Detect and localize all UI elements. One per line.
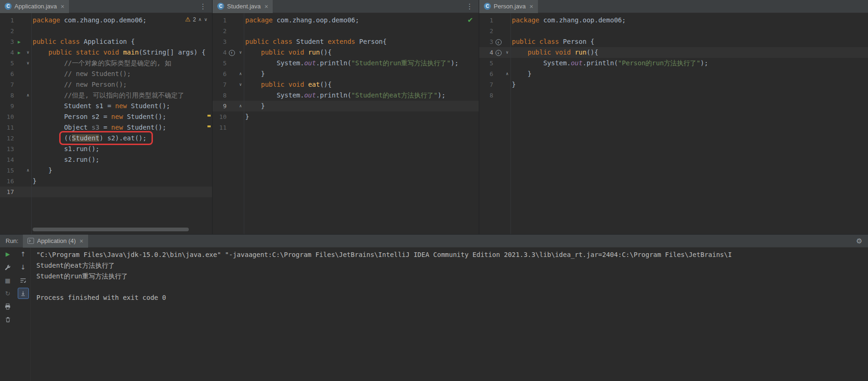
line-number[interactable]: 9: [0, 101, 14, 111]
line-number[interactable]: 3: [0, 36, 14, 47]
line-number[interactable]: 2: [479, 26, 493, 36]
code-line[interactable]: 8: [479, 90, 868, 101]
line-number[interactable]: 8: [0, 90, 14, 101]
run-tab-application[interactable]: Application (4): [23, 235, 88, 248]
close-icon[interactable]: [61, 3, 64, 10]
restore-icon[interactable]: ↻: [2, 288, 14, 299]
line-number[interactable]: 3: [213, 36, 227, 47]
code-line[interactable]: 8 System.out.println("Student的eat方法执行了")…: [213, 90, 479, 101]
line-number[interactable]: 17: [0, 187, 14, 197]
code-line[interactable]: 5 System.out.println("Person的run方法执行了");: [479, 58, 868, 69]
wrench-icon[interactable]: [2, 262, 14, 273]
fold-close-icon[interactable]: ∧: [237, 101, 244, 111]
line-number[interactable]: 2: [213, 26, 227, 36]
code-line[interactable]: 4↑∨ public void run(){: [213, 47, 479, 58]
code-line[interactable]: 3▶public class Application {: [0, 36, 212, 47]
code-line[interactable]: 3↓public class Person {: [479, 36, 868, 47]
fold-open-icon[interactable]: ∨: [24, 58, 32, 69]
code-line[interactable]: 10 Person s2 = new Student();: [0, 111, 212, 122]
code-editor-person[interactable]: 1package com.zhang.oop.demo06;23↓public …: [479, 13, 868, 234]
code-line[interactable]: 5 System.out.println("Student的run重写方法执行了…: [213, 58, 479, 69]
close-icon[interactable]: [80, 238, 83, 244]
code-editor-student[interactable]: 1package com.zhang.oop.demo06;23public c…: [213, 13, 479, 234]
warning-stripe-mark[interactable]: [207, 125, 211, 127]
scroll-end-icon[interactable]: [18, 288, 29, 299]
fold-open-icon[interactable]: ∨: [503, 47, 511, 58]
code-line[interactable]: 1package com.zhang.oop.demo06;: [213, 15, 479, 26]
code-line[interactable]: 13 s1.run();: [0, 144, 212, 154]
code-line[interactable]: 6∧ }: [479, 69, 868, 79]
line-number[interactable]: 6: [213, 69, 227, 79]
line-number[interactable]: 2: [0, 26, 14, 36]
fold-close-icon[interactable]: ∧: [503, 69, 511, 79]
code-line[interactable]: 2: [479, 26, 868, 36]
code-line[interactable]: 9∧ }: [213, 101, 479, 111]
fold-close-icon[interactable]: ∧: [24, 90, 32, 101]
fold-open-icon[interactable]: ∨: [237, 47, 244, 58]
code-line[interactable]: 7∨ public void eat(){: [213, 79, 479, 90]
line-number[interactable]: 10: [213, 111, 227, 122]
settings-gear-icon[interactable]: [856, 237, 862, 245]
override-gutter-icon[interactable]: ↓: [493, 47, 503, 58]
line-number[interactable]: 9: [213, 101, 227, 111]
close-icon[interactable]: [264, 3, 268, 10]
line-number[interactable]: 8: [479, 90, 493, 101]
line-number[interactable]: 6: [479, 69, 493, 79]
console-output[interactable]: "C:\Program Files\Java\jdk-15.0.2\bin\ja…: [31, 248, 868, 381]
line-number[interactable]: 7: [213, 79, 227, 90]
more-options-icon[interactable]: [466, 2, 473, 11]
code-line[interactable]: 15∧ }: [0, 165, 212, 176]
code-line[interactable]: 9 Student s1 = new Student();: [0, 101, 212, 111]
code-line[interactable]: 11 Object s3 = new Student();: [0, 122, 212, 133]
more-options-icon[interactable]: [200, 2, 207, 11]
line-number[interactable]: 5: [213, 58, 227, 69]
soft-wrap-icon[interactable]: [18, 275, 29, 286]
fold-close-icon[interactable]: ∧: [237, 69, 244, 79]
code-line[interactable]: 17: [0, 187, 212, 197]
line-number[interactable]: 14: [0, 154, 14, 165]
code-line[interactable]: 14 s2.run();: [0, 154, 212, 165]
code-line[interactable]: 2: [0, 26, 212, 36]
line-number[interactable]: 10: [0, 111, 14, 122]
line-number[interactable]: 1: [213, 15, 227, 26]
line-number[interactable]: 5: [479, 58, 493, 69]
code-line[interactable]: 6∧ }: [213, 69, 479, 79]
code-line[interactable]: 1package com.zhang.oop.demo06;: [479, 15, 868, 26]
code-line[interactable]: 3public class Student extends Person{: [213, 36, 479, 47]
up-arrow-icon[interactable]: ↑: [18, 249, 29, 260]
code-line[interactable]: 10}: [213, 111, 479, 122]
tab-student-java[interactable]: Student.java: [213, 0, 273, 13]
tab-person-java[interactable]: Person.java: [479, 0, 538, 13]
code-editor-application[interactable]: 1package com.zhang.oop.demo06;23▶public …: [0, 13, 212, 234]
line-number[interactable]: 11: [213, 122, 227, 133]
line-number[interactable]: 4: [0, 47, 14, 58]
stop-icon[interactable]: ■: [2, 275, 14, 286]
line-number[interactable]: 15: [0, 165, 14, 176]
line-number[interactable]: 4: [479, 47, 493, 58]
fold-open-icon[interactable]: ∨: [237, 79, 244, 90]
code-line[interactable]: 2: [213, 26, 479, 36]
code-line[interactable]: 7 // new Person();: [0, 79, 212, 90]
override-gutter-icon[interactable]: ↓: [493, 36, 503, 47]
line-number[interactable]: 4: [213, 47, 227, 58]
code-line[interactable]: 12 ((Student) s2).eat();: [0, 133, 212, 144]
down-arrow-icon[interactable]: ↓: [18, 262, 29, 273]
fold-close-icon[interactable]: ∧: [24, 165, 32, 176]
line-number[interactable]: 16: [0, 176, 14, 187]
code-line[interactable]: 6 // new Student();: [0, 69, 212, 79]
horizontal-scrollbar[interactable]: [33, 228, 189, 231]
line-number[interactable]: 3: [479, 36, 493, 47]
line-number[interactable]: 8: [213, 90, 227, 101]
run-gutter-icon[interactable]: ▶: [14, 36, 24, 47]
line-number[interactable]: 7: [0, 79, 14, 90]
line-number[interactable]: 1: [479, 15, 493, 26]
inspections-widget[interactable]: 2: [182, 15, 210, 24]
line-number[interactable]: 13: [0, 144, 14, 154]
code-line[interactable]: 8∧ //但是, 可以指向的引用类型就不确定了: [0, 90, 212, 101]
line-number[interactable]: 6: [0, 69, 14, 79]
code-line[interactable]: 16}: [0, 176, 212, 187]
code-line[interactable]: 11: [213, 122, 479, 133]
line-number[interactable]: 11: [0, 122, 14, 133]
line-number[interactable]: 12: [0, 133, 14, 144]
code-line[interactable]: 5∨ //一个对象的实际类型是确定的, 如: [0, 58, 212, 69]
